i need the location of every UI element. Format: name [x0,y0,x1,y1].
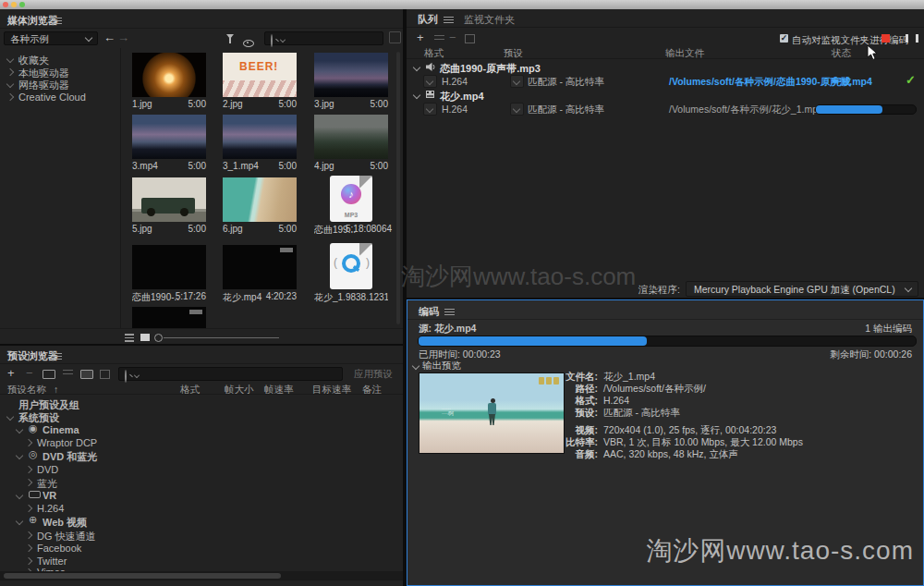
detail-label: 音频: [546,448,598,461]
duplicate-preset-icon[interactable] [100,370,110,379]
zoom-slider-track[interactable] [164,337,279,338]
panel-menu-icon[interactable] [444,17,454,23]
chevron-down-icon[interactable] [6,55,14,63]
filter-icon[interactable] [226,34,234,39]
tab-queue[interactable]: 队列 [418,13,438,27]
media-thumbnail [223,245,297,289]
quicktime-file-icon: () [330,243,372,289]
chevron-right-icon[interactable] [6,67,14,75]
queue-output-row[interactable]: H.264匹配源 - 高比特率/Volumes/soft/各种示例/花少_1.m… [407,103,924,116]
chevron-down-icon[interactable] [6,80,14,88]
chevron-down-icon[interactable] [16,518,23,525]
chevron-down-icon[interactable] [513,105,520,113]
beer-sign-text: BEER! [239,60,278,73]
preset-tree-item[interactable]: Wraptor DCP [37,437,97,448]
preset-settings-icon[interactable] [63,370,73,377]
back-button[interactable]: ← [103,31,116,43]
chevron-down-icon[interactable] [426,78,433,85]
panel-display-icon[interactable] [389,31,401,43]
chevron-down-icon[interactable] [426,105,433,113]
preset-tree-item[interactable]: DG 快速通道 [37,530,96,543]
chevron-right-icon[interactable] [25,531,32,539]
paren-right: ) [366,256,370,269]
traffic-minimize-button[interactable] [11,2,17,7]
output-file-link[interactable]: /Volumes/soft/各种示例/花少_1.mp4 [669,104,823,116]
stop-queue-button[interactable] [881,34,890,43]
panel-menu-icon[interactable] [52,353,62,360]
chevron-right-icon[interactable] [25,479,32,486]
chevron-down-icon[interactable] [413,64,420,71]
vertical-scrollbar[interactable] [396,52,400,324]
import-preset-icon[interactable] [80,370,93,379]
renderer-dropdown[interactable]: Mercury Playback Engine GPU 加速 (OpenCL) [686,281,918,297]
preset-tree-item[interactable]: H.264 [37,503,64,514]
traffic-close-button[interactable] [3,2,8,7]
queue-group-row[interactable]: 恋曲1990-原声带.mp3 [407,61,924,74]
chevron-down-icon[interactable] [513,78,520,85]
horizontal-scrollbar-track[interactable] [0,571,403,580]
preset-tree-item[interactable]: VR [43,490,56,501]
preset-tree-item[interactable]: DVD [37,464,58,475]
sidebar-item-4[interactable]: Creative Cloud [18,92,86,103]
auto-encode-checkbox[interactable]: ✓ [780,34,788,43]
preset-tree-item[interactable]: Cinema [43,424,79,435]
media-thumbnail [223,177,297,222]
preset-tree-item[interactable]: 用户预设及组 [18,398,79,412]
panel-menu-icon[interactable] [444,309,455,315]
detail-label: 路径: [546,383,598,396]
chevron-right-icon[interactable] [6,92,14,100]
preset-value: 匹配源 - 高比特率 [528,104,604,116]
media-thumbnail-partial[interactable] [132,307,206,328]
apply-preset-button[interactable]: 应用预设 [347,368,399,381]
preset-tree-item[interactable]: Facebook [37,543,81,554]
tab-watch-folders[interactable]: 监视文件夹 [464,13,515,27]
preset-dropdown[interactable] [510,75,524,88]
search-icon [271,34,273,47]
preset-tree-item[interactable]: Web 视频 [43,516,87,530]
pause-queue-button[interactable] [906,34,918,43]
preset-dropdown[interactable] [510,103,524,116]
divider [407,27,924,28]
traffic-zoom-button[interactable] [19,2,25,7]
panel-menu-icon[interactable] [52,18,62,24]
preset-tree-item[interactable]: 蓝光 [37,477,57,491]
preset-tree-item[interactable]: DVD 和蓝光 [43,450,97,464]
source-folder-dropdown[interactable]: 各种示例 [4,31,98,45]
chevron-right-icon[interactable] [25,466,32,473]
chevron-down-icon[interactable] [16,492,23,499]
output-preview-section[interactable]: 输出预览 [422,360,461,372]
format-dropdown[interactable] [423,103,437,116]
detail-value: H.264 [603,395,629,406]
preset-search-input[interactable] [118,367,343,381]
preset-tree-item[interactable]: 系统预设 [18,411,59,425]
thumbnail-view-icon[interactable] [140,334,150,341]
add-output-icon[interactable] [434,35,444,43]
detail-value: AAC, 320 kbps, 48 kHz, 立体声 [603,448,738,461]
queue-output-row[interactable]: H.264匹配源 - 高比特率/Volumes/soft/各种示例/恋曲1990… [407,75,924,88]
preview-toggle-icon[interactable] [243,40,254,47]
chevron-down-icon[interactable] [16,452,23,459]
horizontal-scrollbar-thumb[interactable] [4,573,281,579]
media-item-duration: 4:20:23 [254,291,297,301]
duplicate-icon[interactable] [465,34,475,43]
forward-button[interactable]: → [117,31,129,43]
chevron-down-icon[interactable] [16,426,23,433]
chevron-down-icon[interactable] [413,92,420,99]
zoom-slider-knob[interactable] [154,334,163,342]
preset-tree-item[interactable]: Twitter [37,555,67,567]
add-preset-button[interactable]: + [7,367,15,379]
remove-preset-button[interactable]: − [26,367,33,379]
queue-group-row[interactable]: 花少.mp4 [407,89,924,102]
chevron-right-icon[interactable] [25,439,32,446]
chevron-right-icon[interactable] [25,505,32,512]
chevron-right-icon[interactable] [25,557,32,565]
chevron-down-icon[interactable] [6,413,14,421]
add-source-button[interactable]: + [417,31,424,43]
format-dropdown[interactable] [423,75,437,88]
new-group-icon[interactable] [43,370,55,379]
media-search-input[interactable] [264,31,383,45]
list-view-icon[interactable] [125,334,134,342]
chevron-down-icon[interactable] [412,362,419,370]
chevron-right-icon[interactable] [25,544,32,552]
remove-button[interactable]: − [449,31,456,43]
